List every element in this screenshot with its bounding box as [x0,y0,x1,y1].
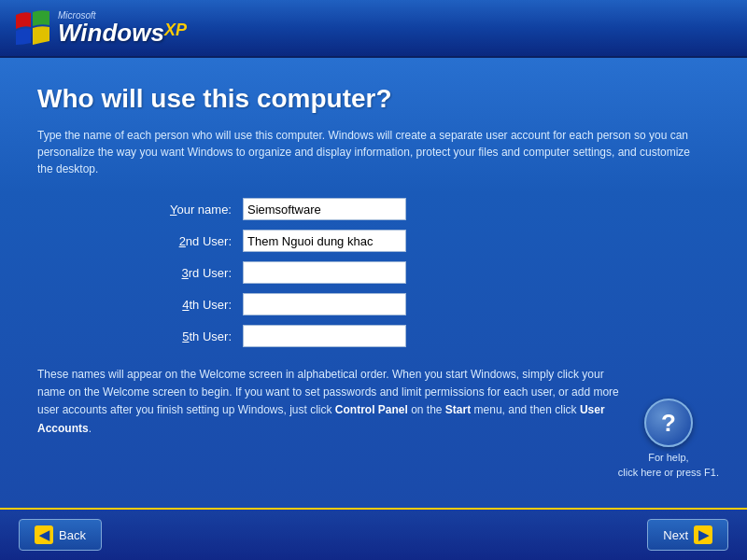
your-name-label: Your name: [56,203,243,217]
2nd-user-label: 2nd User: [56,234,243,248]
next-label: Next [663,528,688,542]
start-menu-ref: Start [445,403,471,416]
user-form: Your name: 2nd User: 3rd User: 4th User:… [56,198,710,347]
header: Microsoft WindowsXP [0,0,747,58]
3rd-user-input[interactable] [243,261,406,284]
5th-user-input[interactable] [243,325,406,347]
2nd-user-input[interactable] [243,230,406,252]
5th-user-label: 5th User: [56,329,243,343]
form-row-4: 4th User: [56,293,710,315]
page-title: Who will use this computer? [37,84,710,114]
form-row-2: 2nd User: [56,230,710,252]
help-text: For help, click here or press F1. [618,451,719,480]
4th-user-label: 4th User: [56,298,243,312]
windows-logo: Microsoft WindowsXP [15,10,187,46]
windows-flag-icon [15,10,50,46]
windows-label: Windows [58,20,164,48]
back-button[interactable]: ◀ Back [19,519,102,551]
back-arrow-icon: ◀ [35,525,53,544]
form-row-1: Your name: [56,198,710,220]
form-row-3: 3rd User: [56,261,710,284]
main-content: Who will use this computer? Type the nam… [0,58,747,508]
help-question-mark: ? [661,409,676,438]
notes-period: . [89,422,92,435]
description-text: Type the name of each person who will us… [37,127,691,177]
control-panel-ref: Control Panel [335,403,408,416]
back-label: Back [59,528,86,542]
help-button[interactable]: ? For help, click here or press F1. [618,399,719,480]
next-arrow-icon: ▶ [694,525,712,544]
form-row-5: 5th User: [56,325,710,347]
notes-text-2: on the [408,403,445,416]
notes-text-3: menu, and then click [471,403,580,416]
next-button[interactable]: Next ▶ [647,519,728,551]
logo-text: Microsoft WindowsXP [58,10,187,45]
footer: ◀ Back Next ▶ [0,508,747,560]
help-circle-icon: ? [644,399,693,447]
notes-section: These names will appear on the Welcome s… [37,366,635,438]
your-name-input[interactable] [243,198,406,220]
4th-user-input[interactable] [243,293,406,315]
xp-label: XP [164,21,187,39]
3rd-user-label: 3rd User: [56,266,243,280]
